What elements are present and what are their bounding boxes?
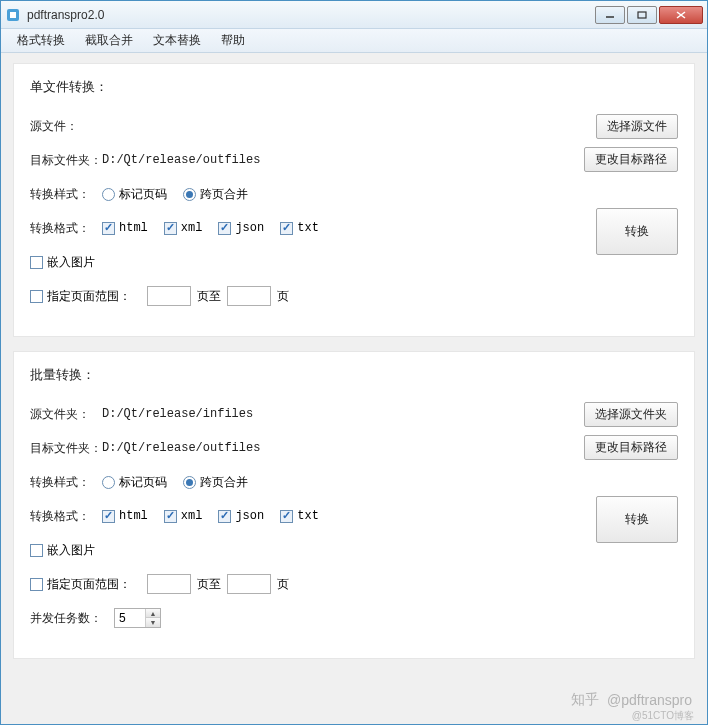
close-button[interactable] — [659, 6, 703, 24]
single-range-check[interactable] — [30, 290, 43, 303]
single-format-json[interactable]: json — [218, 221, 264, 235]
menu-format-convert[interactable]: 格式转换 — [7, 29, 75, 52]
batch-source-value: D:/Qt/release/infiles — [102, 407, 574, 421]
batch-target-label: 目标文件夹： — [30, 440, 102, 457]
minimize-button[interactable] — [595, 6, 625, 24]
batch-range-to-label: 页至 — [197, 576, 221, 593]
batch-format-html-check[interactable] — [102, 510, 115, 523]
single-range-to-label: 页至 — [197, 288, 221, 305]
single-format-json-check[interactable] — [218, 222, 231, 235]
batch-range-to[interactable] — [227, 574, 271, 594]
batch-format-json[interactable]: json — [218, 509, 264, 523]
menu-help[interactable]: 帮助 — [211, 29, 255, 52]
single-select-source-button[interactable]: 选择源文件 — [596, 114, 678, 139]
menubar: 格式转换 截取合并 文本替换 帮助 — [1, 29, 707, 53]
single-change-target-button[interactable]: 更改目标路径 — [584, 147, 678, 172]
single-style-cross-page[interactable]: 跨页合并 — [183, 186, 248, 203]
single-style-label: 转换样式： — [30, 186, 102, 203]
single-embed-check[interactable] — [30, 256, 43, 269]
single-style-radio-1[interactable] — [183, 188, 196, 201]
batch-format-txt-check[interactable] — [280, 510, 293, 523]
batch-style-radio-0[interactable] — [102, 476, 115, 489]
single-embed-image[interactable]: 嵌入图片 — [30, 254, 95, 271]
single-title: 单文件转换： — [30, 78, 678, 96]
menu-text-replace[interactable]: 文本替换 — [143, 29, 211, 52]
batch-change-target-button[interactable]: 更改目标路径 — [584, 435, 678, 460]
batch-convert-button[interactable]: 转换 — [596, 496, 678, 543]
window-title: pdftranspro2.0 — [27, 8, 595, 22]
batch-style-cross-page[interactable]: 跨页合并 — [183, 474, 248, 491]
single-format-txt-check[interactable] — [280, 222, 293, 235]
concurrent-input[interactable] — [115, 610, 145, 626]
single-format-html-check[interactable] — [102, 222, 115, 235]
single-range-from[interactable] — [147, 286, 191, 306]
single-format-html[interactable]: html — [102, 221, 148, 235]
batch-format-html[interactable]: html — [102, 509, 148, 523]
single-format-xml[interactable]: xml — [164, 221, 203, 235]
app-icon — [5, 7, 21, 23]
batch-embed-image[interactable]: 嵌入图片 — [30, 542, 95, 559]
batch-range-from[interactable] — [147, 574, 191, 594]
concurrent-stepper[interactable]: ▲ ▼ — [114, 608, 161, 628]
concurrent-down-button[interactable]: ▼ — [146, 618, 160, 627]
batch-embed-check[interactable] — [30, 544, 43, 557]
single-style-mark-page[interactable]: 标记页码 — [102, 186, 167, 203]
single-style-group: 标记页码 跨页合并 — [102, 186, 258, 203]
window-controls — [595, 6, 703, 24]
batch-style-radio-1[interactable] — [183, 476, 196, 489]
app-window: pdftranspro2.0 格式转换 截取合并 文本替换 帮助 单文件转换： — [0, 0, 708, 725]
single-style-radio-0[interactable] — [102, 188, 115, 201]
batch-format-label: 转换格式： — [30, 508, 102, 525]
single-range-end-label: 页 — [277, 288, 289, 305]
batch-style-label: 转换样式： — [30, 474, 102, 491]
single-source-label: 源文件： — [30, 118, 102, 135]
menu-extract-merge[interactable]: 截取合并 — [75, 29, 143, 52]
batch-format-txt[interactable]: txt — [280, 509, 319, 523]
single-page-range[interactable]: 指定页面范围： — [30, 288, 131, 305]
batch-format-json-check[interactable] — [218, 510, 231, 523]
batch-target-value: D:/Qt/release/outfiles — [102, 441, 574, 455]
single-target-value: D:/Qt/release/outfiles — [102, 153, 574, 167]
batch-format-xml-check[interactable] — [164, 510, 177, 523]
single-range-to[interactable] — [227, 286, 271, 306]
single-format-txt[interactable]: txt — [280, 221, 319, 235]
batch-range-check[interactable] — [30, 578, 43, 591]
batch-range-end-label: 页 — [277, 576, 289, 593]
batch-style-group: 标记页码 跨页合并 — [102, 474, 258, 491]
batch-select-source-button[interactable]: 选择源文件夹 — [584, 402, 678, 427]
single-target-label: 目标文件夹： — [30, 152, 102, 169]
batch-concurrent-label: 并发任务数： — [30, 610, 114, 627]
titlebar: pdftranspro2.0 — [1, 1, 707, 29]
batch-page-range[interactable]: 指定页面范围： — [30, 576, 131, 593]
svg-rect-2 — [638, 12, 646, 18]
single-panel: 单文件转换： 源文件： 目标文件夹： D:/Qt/release/outfile… — [13, 63, 695, 337]
batch-panel: 批量转换： 源文件夹： D:/Qt/release/infiles 目标文件夹：… — [13, 351, 695, 659]
maximize-button[interactable] — [627, 6, 657, 24]
single-format-label: 转换格式： — [30, 220, 102, 237]
batch-format-xml[interactable]: xml — [164, 509, 203, 523]
batch-style-mark-page[interactable]: 标记页码 — [102, 474, 167, 491]
batch-format-group: html xml json — [102, 509, 329, 523]
single-format-xml-check[interactable] — [164, 222, 177, 235]
concurrent-up-button[interactable]: ▲ — [146, 609, 160, 618]
batch-title: 批量转换： — [30, 366, 678, 384]
single-format-group: html xml json — [102, 221, 329, 235]
content-area: 单文件转换： 源文件： 目标文件夹： D:/Qt/release/outfile… — [1, 53, 707, 724]
batch-source-label: 源文件夹： — [30, 406, 102, 423]
single-convert-button[interactable]: 转换 — [596, 208, 678, 255]
